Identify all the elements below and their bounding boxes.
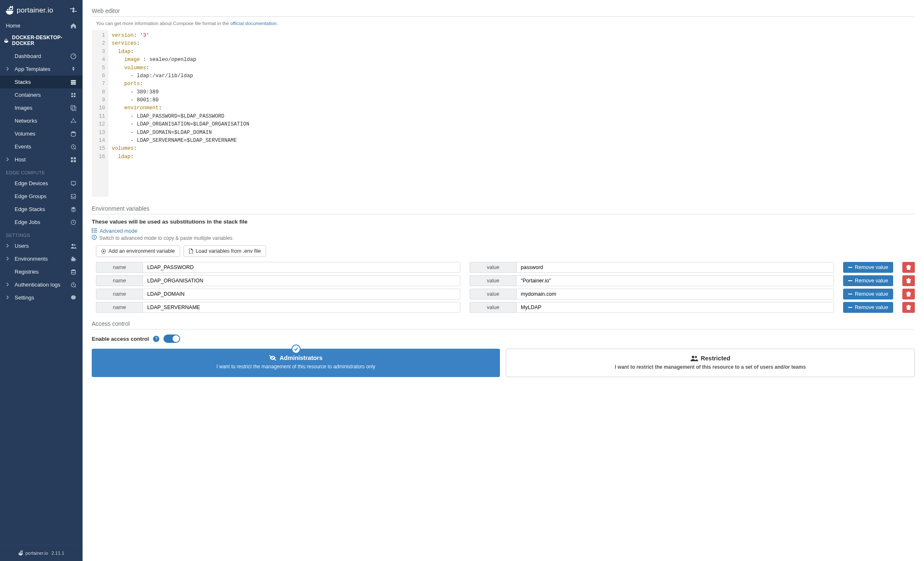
svg-rect-39 — [22, 550, 23, 553]
access-card-administrators[interactable]: Administrators I want to restrict the ma… — [92, 349, 500, 377]
nav-label: Networks — [15, 118, 37, 124]
svg-rect-3 — [9, 8, 10, 9]
docs-link[interactable]: official documentation — [230, 21, 276, 26]
svg-rect-14 — [71, 93, 73, 95]
sidebar-item-host[interactable]: Host — [0, 153, 83, 166]
layers-icon — [70, 206, 77, 212]
env-name-label: name — [96, 275, 143, 286]
compose-editor[interactable]: 12345678910111213141516 version: '3'serv… — [92, 30, 915, 197]
footer-brand: portainer.io — [25, 551, 48, 556]
clock-icon — [70, 219, 77, 225]
sidebar-item-edge-groups[interactable]: Edge Groups — [0, 190, 83, 203]
sidebar-item-settings[interactable]: Settings — [0, 291, 83, 304]
svg-rect-5 — [5, 40, 5, 40]
nav-label: Environments — [15, 256, 48, 262]
stacks-icon — [70, 79, 77, 85]
delete-row-button[interactable] — [902, 262, 915, 273]
svg-rect-27 — [74, 160, 76, 162]
env-name-input[interactable] — [143, 302, 460, 313]
sidebar-item-stacks[interactable]: Stacks — [0, 75, 83, 88]
adv-note-text: Switch to advanced mode to copy & paste … — [99, 235, 233, 241]
remove-value-button[interactable]: Remove value — [843, 289, 893, 299]
env-subheading: These values will be used as substitutio… — [92, 219, 915, 225]
help-icon[interactable]: ? — [153, 336, 159, 342]
svg-rect-17 — [74, 96, 75, 97]
rocket-icon — [70, 66, 77, 72]
env-name-label: name — [96, 302, 143, 313]
section-env-vars: Environment variables — [92, 205, 915, 214]
sidebar-item-authentication-logs[interactable]: Authentication logs — [0, 278, 83, 291]
sidebar-item-registries[interactable]: Registries — [0, 265, 83, 278]
nav-label: App Templates — [15, 66, 50, 72]
env-name-input[interactable] — [143, 275, 460, 286]
sidebar-item-events[interactable]: Events — [0, 140, 83, 153]
help-prefix: You can get more information about Compo… — [96, 21, 230, 26]
users-icon — [690, 355, 698, 361]
svg-rect-2 — [10, 9, 12, 10]
env-value-input[interactable] — [516, 289, 834, 299]
sidebar-item-home[interactable]: Home — [0, 19, 83, 32]
delete-row-button[interactable] — [902, 289, 915, 299]
adv-link-label: Advanced mode — [100, 228, 137, 234]
env-name-input[interactable] — [143, 289, 460, 299]
env-name-input[interactable] — [143, 262, 460, 273]
sidebar-item-edge-stacks[interactable]: Edge Stacks — [0, 203, 83, 216]
nav-label: Edge Stacks — [15, 206, 45, 212]
remove-value-button[interactable]: Remove value — [843, 262, 893, 273]
add-env-var-button[interactable]: Add an environment variable — [96, 245, 180, 257]
sidebar-item-networks[interactable]: Networks — [0, 114, 83, 127]
nav-label: Edge Jobs — [15, 219, 40, 225]
remove-value-button[interactable]: Remove value — [843, 275, 893, 286]
advanced-mode-link[interactable]: Advanced mode — [92, 228, 137, 234]
sidebar-item-environments[interactable]: Environments — [0, 252, 83, 265]
svg-point-40 — [92, 229, 93, 229]
svg-rect-25 — [74, 157, 76, 159]
nav-label: Dashboard — [15, 53, 41, 59]
env-value-input[interactable] — [516, 275, 834, 286]
svg-rect-18 — [71, 106, 75, 109]
access-toggle-label: Enable access control — [92, 336, 149, 342]
sidebar-item-dashboard[interactable]: Dashboard — [0, 50, 83, 63]
env-value-input[interactable] — [516, 262, 834, 273]
minus-icon — [848, 307, 852, 308]
svg-point-31 — [72, 244, 74, 246]
add-btn-label: Add an environment variable — [108, 248, 175, 254]
sidebar-item-edge-jobs[interactable]: Edge Jobs — [0, 216, 83, 229]
svg-rect-28 — [71, 181, 75, 185]
editor-code[interactable]: version: '3'services: ldap: image : seal… — [108, 30, 915, 197]
env-value-label: value — [470, 302, 516, 313]
chevron-right-icon — [6, 66, 9, 72]
env-header: DOCKER-DESKTOP-DOCKER — [0, 32, 83, 50]
sidebar: portainer.io Home DOCKER-DESKTOP-DOCKER … — [0, 0, 83, 561]
version-label: 2.11.1 — [51, 551, 64, 556]
chevron-right-icon — [6, 256, 9, 262]
svg-rect-11 — [71, 80, 76, 81]
svg-rect-36 — [20, 552, 21, 553]
svg-rect-16 — [71, 96, 73, 97]
sidebar-item-volumes[interactable]: Volumes — [0, 127, 83, 140]
admin-card-title: Administrators — [279, 355, 322, 361]
delete-row-button[interactable] — [902, 302, 915, 313]
sidebar-item-app-templates[interactable]: App Templates — [0, 63, 83, 75]
load-env-file-button[interactable]: Load variables from .env file — [183, 245, 266, 257]
brand-logo[interactable]: portainer.io — [6, 6, 53, 15]
admin-card-desc: I want to restrict the management of thi… — [99, 364, 492, 370]
access-card-restricted[interactable]: Restricted I want to restrict the manage… — [506, 349, 915, 377]
env-header-label: DOCKER-DESKTOP-DOCKER — [12, 35, 78, 46]
sidebar-item-containers[interactable]: Containers — [0, 88, 83, 101]
sidebar-item-images[interactable]: Images — [0, 101, 83, 114]
env-value-input[interactable] — [516, 302, 834, 313]
svg-point-42 — [92, 232, 93, 233]
env-value-label: value — [470, 289, 516, 299]
volumes-icon — [70, 131, 77, 137]
access-control-toggle[interactable] — [163, 335, 180, 343]
sidebar-item-edge-devices[interactable]: Edge Devices — [0, 177, 83, 190]
delete-row-button[interactable] — [902, 275, 915, 286]
group-icon — [70, 194, 77, 199]
sidebar-collapse-icon[interactable] — [70, 7, 77, 14]
sidebar-item-users[interactable]: Users — [0, 239, 83, 252]
events-icon — [70, 144, 77, 150]
remove-value-button[interactable]: Remove value — [843, 302, 893, 313]
section-web-editor: Web editor — [92, 8, 915, 17]
svg-rect-12 — [71, 82, 76, 83]
